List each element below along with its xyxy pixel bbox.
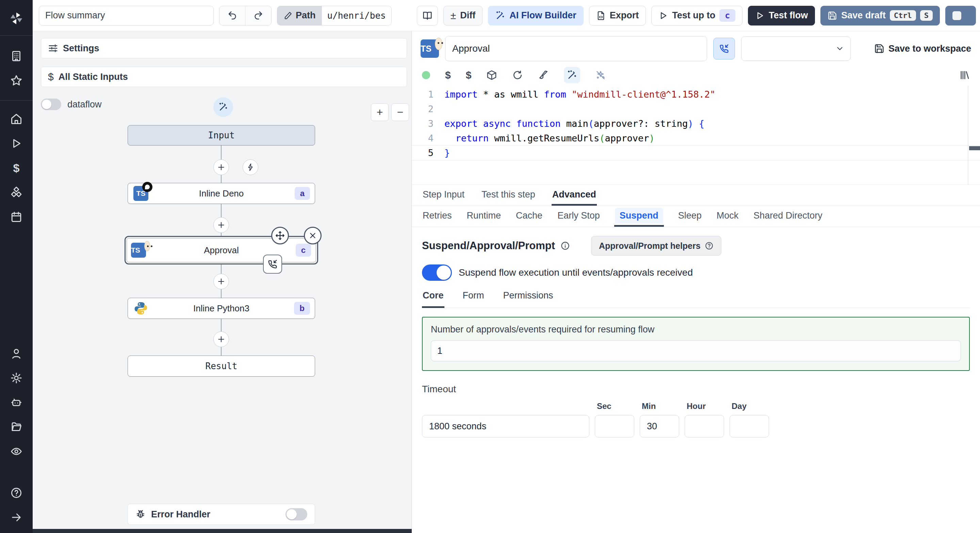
timeout-day-input[interactable] (730, 415, 769, 438)
left-sidebar: $ (0, 0, 33, 533)
subtab-runtime[interactable]: Runtime (466, 206, 502, 227)
subtab-retries[interactable]: Retries (422, 206, 453, 227)
add-step-button[interactable] (213, 217, 229, 233)
suspend-toggle[interactable] (422, 265, 452, 281)
save-to-workspace-label: Save to workspace (888, 43, 971, 54)
user-icon (10, 347, 22, 360)
tab-permissions[interactable]: Permissions (503, 290, 554, 308)
add-step-button[interactable] (213, 274, 229, 289)
subtab-sleep[interactable]: Sleep (678, 206, 702, 227)
deploy-button-partial[interactable] (945, 6, 976, 25)
sidebar-item-runs[interactable] (0, 131, 33, 156)
typescript-tile: TS (134, 186, 148, 201)
code-editor[interactable]: 1import * as wmill from "windmill-client… (412, 86, 980, 185)
sidebar-item-home[interactable] (0, 107, 33, 131)
subtab-cache[interactable]: Cache (515, 206, 543, 227)
resources-button[interactable]: $ (466, 69, 472, 81)
code-line[interactable]: 3export async function main(approver?: s… (412, 116, 980, 131)
sidebar-item-workers[interactable] (0, 390, 33, 415)
sidebar-item-help[interactable] (0, 481, 33, 505)
subtab-mock[interactable]: Mock (716, 206, 740, 227)
timeout-hour-input[interactable] (685, 415, 724, 438)
tab-core[interactable]: Core (422, 290, 444, 308)
library-icon (959, 70, 970, 81)
save-to-workspace-button[interactable]: Save to workspace (874, 43, 971, 54)
path-button[interactable]: Path u/henri/bes (277, 6, 392, 25)
cubes-icon (10, 186, 22, 198)
tab-step-input[interactable]: Step Input (422, 185, 465, 206)
step-node-deno[interactable]: TS Inline Deno a (127, 183, 315, 204)
tab-advanced[interactable]: Advanced (552, 185, 597, 206)
error-handler-row[interactable]: Error Handler (127, 504, 315, 525)
package-button[interactable] (486, 70, 497, 81)
sidebar-item-folders[interactable] (0, 415, 33, 439)
save-draft-button[interactable]: Save draft Ctrl S (821, 6, 940, 25)
docs-button[interactable] (417, 6, 438, 25)
zoom-out-button[interactable]: − (391, 103, 409, 121)
sidebar-item-workspace[interactable] (0, 44, 33, 68)
step-name-input[interactable] (445, 36, 707, 61)
sidebar-item-settings[interactable] (0, 366, 33, 390)
workspace-script-select[interactable] (741, 36, 851, 61)
sidebar-item-users[interactable] (0, 341, 33, 366)
library-button[interactable] (959, 70, 970, 81)
sidebar-item-schedules[interactable] (0, 205, 33, 229)
flow-settings-button[interactable]: Settings (41, 38, 407, 59)
sidebar-item-resources[interactable] (0, 180, 33, 205)
add-step-button[interactable] (213, 159, 229, 175)
sidebar-item-audit[interactable] (0, 439, 33, 464)
step-node-approval-selected[interactable]: TS Approval c (124, 236, 318, 265)
format-button[interactable] (538, 70, 549, 81)
ai-step-wand-button[interactable] (213, 97, 233, 117)
diff-button[interactable]: ± Diff (443, 6, 482, 25)
horizontal-scrollbar[interactable] (33, 529, 412, 533)
timeout-min-input[interactable] (640, 415, 679, 438)
suspend-phone-badge[interactable] (263, 255, 282, 274)
zoom-in-button[interactable]: + (371, 103, 388, 121)
undo-button[interactable] (220, 6, 245, 25)
variables-button[interactable]: $ (445, 69, 451, 81)
all-static-inputs-button[interactable]: $ All Static Inputs (41, 67, 407, 87)
ai-disabled-button[interactable] (595, 70, 606, 81)
tab-form[interactable]: Form (462, 290, 485, 308)
timeout-total-input[interactable] (422, 415, 589, 438)
subtab-shared-directory[interactable]: Shared Directory (753, 206, 823, 227)
reload-button[interactable] (512, 70, 523, 81)
move-step-button[interactable] (271, 227, 289, 244)
subtab-early-stop[interactable]: Early Stop (557, 206, 601, 227)
save-icon (874, 43, 885, 54)
input-node[interactable]: Input (127, 125, 315, 146)
add-step-button[interactable] (213, 332, 229, 347)
approvals-required-input[interactable] (431, 340, 961, 361)
sidebar-collapse[interactable] (0, 505, 33, 530)
editor-scrollbar[interactable] (969, 146, 980, 150)
tab-test-this-step[interactable]: Test this step (481, 185, 536, 206)
approval-prompt-helpers-button[interactable]: Approval/Prompt helpers (591, 236, 721, 255)
subtab-suspend[interactable]: Suspend (614, 206, 664, 227)
ai-flow-builder-button[interactable]: AI Flow Builder (488, 6, 584, 25)
deno-icon (142, 182, 153, 192)
export-button[interactable]: Export (589, 6, 646, 25)
add-trigger-button[interactable] (243, 159, 258, 175)
code-line[interactable]: 2 (412, 102, 980, 116)
sidebar-item-favorites[interactable] (0, 68, 33, 93)
suspend-phone-button[interactable] (713, 38, 735, 59)
test-up-to-button[interactable]: Test up to c (651, 6, 743, 25)
error-handler-toggle[interactable] (285, 508, 307, 520)
code-line[interactable]: 4 return wmill.getResumeUrls(approver) (412, 131, 980, 146)
dollar-icon: $ (48, 71, 54, 82)
windmill-logo-icon[interactable] (0, 8, 33, 29)
flow-summary-input[interactable] (39, 6, 214, 25)
redo-button[interactable] (245, 6, 271, 25)
dataflow-toggle[interactable] (41, 98, 61, 110)
wand-icon (566, 70, 578, 81)
step-node-python[interactable]: Inline Python3 b (127, 298, 315, 319)
result-node[interactable]: Result (127, 355, 315, 377)
test-flow-button[interactable]: Test flow (748, 6, 815, 25)
ai-wand-button[interactable] (564, 67, 580, 83)
timeout-sec-input[interactable] (595, 415, 634, 438)
sidebar-item-variables[interactable]: $ (0, 156, 33, 180)
code-line[interactable]: 5} (412, 146, 980, 160)
delete-step-button[interactable] (304, 227, 321, 244)
code-line[interactable]: 1import * as wmill from "windmill-client… (412, 87, 980, 102)
